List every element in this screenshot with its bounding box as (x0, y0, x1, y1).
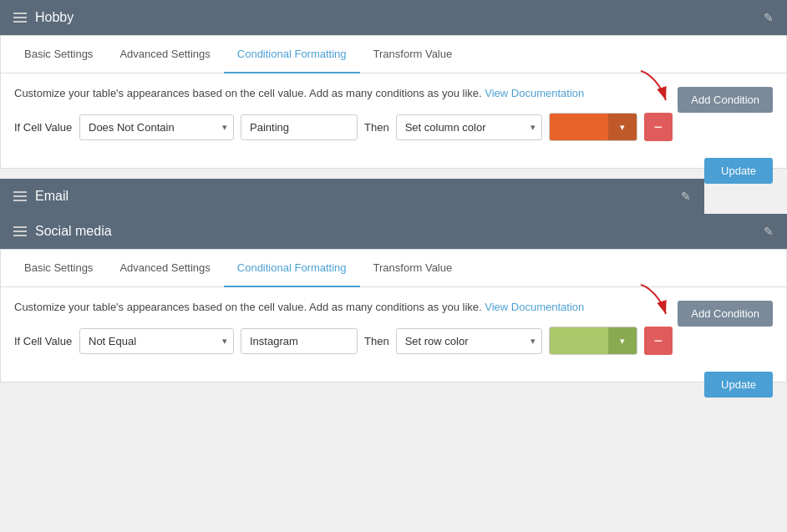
social-cell-value-select[interactable]: Not Equal Does Not Contain Contains Equa… (79, 328, 234, 354)
social-doc-link[interactable]: View Documentation (485, 301, 584, 313)
hobby-panel: Basic Settings Advanced Settings Conditi… (0, 35, 787, 169)
hobby-color-button[interactable]: ▾ (549, 113, 637, 141)
hobby-panel-body: Customize your table's appearances based… (1, 73, 786, 168)
tab-social-conditional[interactable]: Conditional Formatting (224, 250, 360, 287)
hobby-header-left: Hobby (13, 10, 74, 25)
social-color-swatch (550, 327, 608, 355)
social-header-left: Social media (13, 224, 112, 239)
social-if-label: If Cell Value (14, 335, 73, 347)
tab-hobby-transform[interactable]: Transform Value (360, 36, 466, 73)
social-cell-value-wrapper: Not Equal Does Not Contain Contains Equa… (79, 328, 234, 354)
social-add-condition-button[interactable]: Add Condition (678, 301, 773, 327)
hobby-color-dropdown-arrow: ▾ (608, 113, 637, 141)
social-update-button[interactable]: Update (704, 372, 773, 398)
social-text-input[interactable] (241, 328, 358, 354)
hobby-update-button[interactable]: Update (704, 158, 773, 184)
social-hamburger-icon (13, 226, 27, 236)
social-tabs: Basic Settings Advanced Settings Conditi… (1, 250, 786, 287)
social-panel: Basic Settings Advanced Settings Conditi… (0, 249, 787, 383)
hobby-then-label: Then (364, 121, 389, 134)
hamburger-icon (13, 13, 27, 23)
social-panel-body: Customize your table's appearances based… (1, 287, 786, 382)
email-header-left: Email (13, 189, 69, 204)
social-condition-area: If Cell Value Not Equal Does Not Contain… (14, 327, 773, 355)
social-header: Social media ✎ (0, 214, 787, 249)
tab-social-advanced[interactable]: Advanced Settings (106, 250, 223, 287)
tab-social-transform[interactable]: Transform Value (360, 250, 466, 287)
social-title: Social media (35, 224, 112, 239)
email-hamburger-icon (13, 191, 27, 201)
social-edit-icon[interactable]: ✎ (764, 225, 774, 238)
email-section: Email ✎ (0, 179, 787, 214)
tab-hobby-conditional[interactable]: Conditional Formatting (224, 36, 360, 73)
hobby-edit-icon[interactable]: ✎ (764, 11, 774, 24)
hobby-cell-value-wrapper: Does Not Contain Contains Equals Not Equ… (79, 114, 234, 140)
social-condition-row: If Cell Value Not Equal Does Not Contain… (14, 327, 773, 355)
hobby-doc-link[interactable]: View Documentation (485, 87, 584, 99)
hobby-condition-area: If Cell Value Does Not Contain Contains … (14, 113, 773, 141)
social-description: Customize your table's appearances based… (14, 301, 678, 313)
email-header: Email ✎ (0, 179, 704, 214)
social-color-dropdown-arrow: ▾ (608, 327, 637, 355)
hobby-description: Customize your table's appearances based… (14, 87, 678, 99)
hobby-tabs: Basic Settings Advanced Settings Conditi… (1, 36, 786, 73)
hobby-text-input[interactable] (241, 114, 358, 140)
hobby-cell-value-select[interactable]: Does Not Contain Contains Equals Not Equ… (79, 114, 234, 140)
hobby-add-condition-button[interactable]: Add Condition (678, 87, 773, 113)
tab-social-basic[interactable]: Basic Settings (11, 250, 106, 287)
tab-hobby-advanced[interactable]: Advanced Settings (106, 36, 223, 73)
hobby-color-swatch (550, 113, 608, 141)
email-title: Email (35, 189, 69, 204)
hobby-title: Hobby (35, 10, 74, 25)
social-then-wrapper: Set row color Set column color Set text … (396, 328, 542, 354)
social-description-area: Customize your table's appearances based… (14, 301, 678, 327)
email-edit-icon[interactable]: ✎ (681, 190, 691, 203)
social-section: Social media ✎ Basic Settings Advanced S… (0, 214, 787, 383)
hobby-description-area: Customize your table's appearances based… (14, 87, 678, 113)
social-remove-button[interactable]: − (644, 327, 673, 355)
hobby-if-label: If Cell Value (14, 121, 73, 134)
hobby-then-wrapper: Set column color Set row color Set text … (396, 114, 542, 140)
social-top-bar: Customize your table's appearances based… (14, 301, 773, 327)
tab-hobby-basic[interactable]: Basic Settings (11, 36, 106, 73)
social-then-label: Then (364, 335, 389, 347)
hobby-top-bar: Customize your table's appearances based… (14, 87, 773, 113)
hobby-header: Hobby ✎ (0, 0, 787, 35)
hobby-condition-row: If Cell Value Does Not Contain Contains … (14, 113, 773, 141)
hobby-section: Hobby ✎ Basic Settings Advanced Settings… (0, 0, 787, 169)
social-color-button[interactable]: ▾ (549, 327, 637, 355)
social-then-select[interactable]: Set row color Set column color Set text … (396, 328, 542, 354)
hobby-then-select[interactable]: Set column color Set row color Set text … (396, 114, 542, 140)
hobby-remove-button[interactable]: − (644, 113, 673, 141)
